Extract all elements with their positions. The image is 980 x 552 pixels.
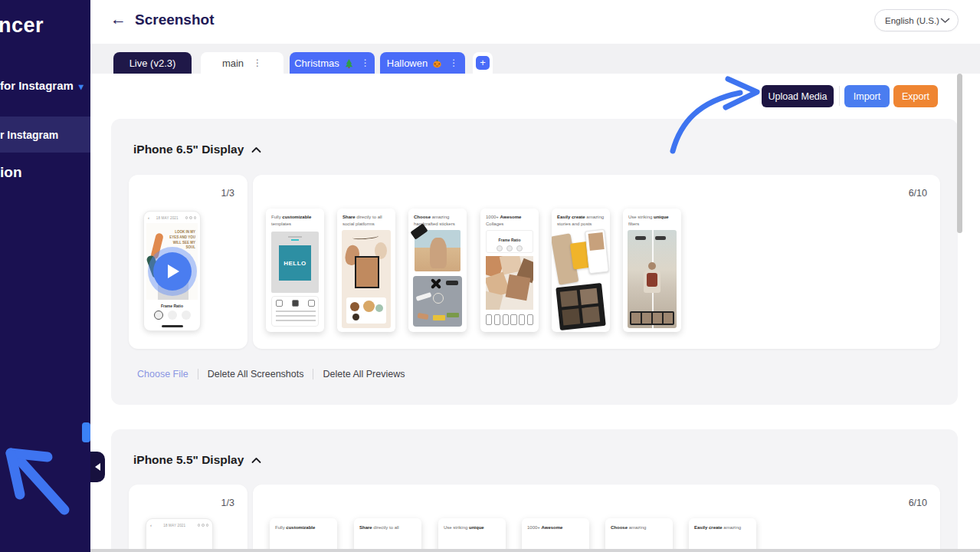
section-65-actions: Choose File Delete All Screenshots Delet… (137, 369, 405, 380)
preview-counter: 1/3 (221, 188, 234, 199)
screenshot-thumb-2[interactable]: Share directly to all social platforms (337, 209, 395, 332)
sidebar-mini-handle[interactable] (82, 422, 90, 442)
plus-icon: + (476, 56, 490, 70)
choose-file-link[interactable]: Choose File (137, 369, 188, 380)
kebab-menu-icon[interactable]: ⋮ (449, 58, 458, 67)
screenshot-thumb-55-6[interactable]: Easily create amazing (689, 518, 756, 552)
pumpkin-icon (432, 58, 442, 68)
preview-phone-topbar: ‹ 18 MAY 2021 (150, 522, 208, 528)
export-button[interactable]: Export (893, 85, 938, 107)
chevron-up-icon[interactable] (251, 146, 261, 153)
sidebar: ncer for Instagram▾ r Instagram ion (0, 0, 90, 552)
tab-christmas[interactable]: Christmas ⋮ (290, 52, 375, 74)
sidebar-item-active[interactable]: r Instagram (0, 117, 90, 153)
toolbar-divider (839, 86, 840, 106)
add-version-tab[interactable]: + (473, 52, 493, 74)
tab-hallowen[interactable]: Hallowen ⋮ (380, 52, 465, 74)
vertical-scrollbar-thumb[interactable] (957, 74, 962, 233)
triangle-left-icon (95, 463, 100, 471)
screenshot-counter: 6/10 (909, 498, 927, 508)
delete-all-screenshots-link[interactable]: Delete All Screenshots (208, 369, 304, 380)
caret-down-icon: ▾ (79, 81, 84, 92)
christmas-tree-icon (344, 58, 354, 68)
screenshot-counter: 6/10 (909, 188, 927, 199)
play-icon (168, 264, 179, 278)
preview-counter: 1/3 (221, 498, 234, 508)
screenshot-thumb-55-3[interactable]: Use striking unique (438, 518, 506, 552)
home-indicator (162, 325, 183, 327)
screenshot-thumb-5[interactable]: Easily create amazing stories and posts (552, 209, 610, 332)
app-preview-video[interactable]: ‹ 18 MAY 2021 LOOK IN MY EYES AND YOU WI… (143, 211, 201, 331)
link-divider (198, 369, 198, 380)
screenshot-thumb-55-1[interactable]: Fully customizable (270, 518, 337, 552)
sidebar-item-ion[interactable]: ion (0, 164, 90, 181)
app-logo: ncer (0, 14, 44, 38)
sidebar-item-for-instagram[interactable]: for Instagram▾ (0, 79, 90, 92)
screenshot-thumb-55-2[interactable]: Share directly to all (354, 518, 421, 552)
page-header (90, 0, 980, 44)
language-selector[interactable]: English (U.S.) (874, 9, 959, 31)
delete-all-previews-link[interactable]: Delete All Previews (323, 369, 405, 380)
frame-ratio-options (144, 310, 200, 320)
section-55-header[interactable]: iPhone 5.5" Display (133, 453, 261, 467)
language-selector-value: English (U.S.) (885, 16, 940, 25)
page-title: Screenshot (135, 12, 214, 28)
screenshot-thumb-6[interactable]: Use striking unique filters (623, 209, 681, 332)
section-65-header[interactable]: iPhone 6.5" Display (133, 143, 261, 156)
preview-phone-topbar: ‹ 18 MAY 2021 (148, 215, 196, 221)
tab-main[interactable]: main ⋮ (201, 52, 284, 74)
app-preview-video-55[interactable]: ‹ 18 MAY 2021 (146, 518, 213, 552)
upload-media-button[interactable]: Upload Media (762, 85, 834, 107)
screenshot-thumb-4[interactable]: 1000+ Awesome Collages Frame Ratio (480, 209, 539, 332)
kebab-menu-icon[interactable]: ⋮ (253, 58, 262, 67)
back-button[interactable]: ← (110, 10, 126, 28)
screenshot-thumb-55-4[interactable]: 1000+ Awesome (522, 518, 589, 552)
screenshot-thumb-55-5[interactable]: Choose amazing (605, 518, 673, 552)
sidebar-collapse-button[interactable] (90, 452, 105, 482)
import-button[interactable]: Import (844, 85, 890, 107)
topbar-dots (185, 216, 197, 219)
chevron-up-icon[interactable] (251, 457, 261, 464)
topbar-dots (198, 524, 209, 527)
screenshot-thumb-3[interactable]: Choose amazing handcrafted stickers (408, 209, 467, 332)
kebab-menu-icon[interactable]: ⋮ (361, 58, 370, 67)
app-window: ncer for Instagram▾ r Instagram ion ← Sc… (0, 0, 980, 552)
chevron-down-icon (940, 18, 950, 24)
screenshot-thumb-1[interactable]: Fully customizable templates HELLO (266, 209, 324, 332)
link-divider (313, 369, 313, 380)
play-button[interactable] (148, 247, 197, 296)
tab-live[interactable]: Live (v2.3) (113, 52, 192, 74)
horizontal-scrollbar-track[interactable] (90, 549, 980, 552)
